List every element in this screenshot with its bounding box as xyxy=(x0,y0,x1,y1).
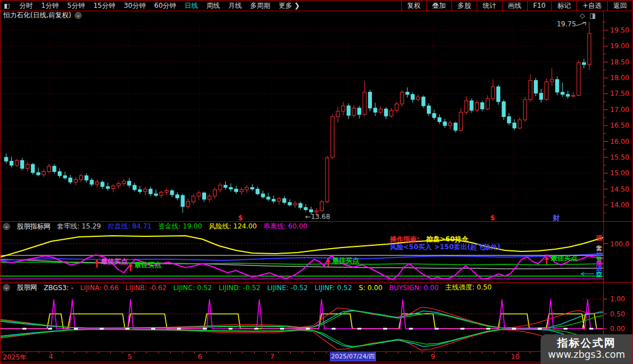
candle xyxy=(170,189,174,197)
indicator2-header: ⌄ 股朋网 ZBGS3: - LIJINA: 0.66LIJINB: -0.62… xyxy=(3,283,599,292)
toolbar-button-多股[interactable]: 多股 xyxy=(452,1,477,11)
candle xyxy=(438,114,441,124)
symbol-title: 恒力石化(日线,前复权) xyxy=(3,11,71,20)
toolbar-tab-30分钟[interactable]: 30分钟 xyxy=(124,1,146,11)
svg-text:18.00: 18.00 xyxy=(610,74,629,82)
toolbar-button-+自选[interactable]: +自选 xyxy=(576,1,607,11)
toolbar-tab-60分钟[interactable]: 60分钟 xyxy=(154,1,176,11)
svg-text:1.00: 1.00 xyxy=(610,295,625,303)
toolbar-tab-日线[interactable]: 日线 xyxy=(185,1,198,11)
curve-LIJINE-cyan-mirror xyxy=(1,329,603,347)
panel-divider[interactable] xyxy=(1,221,632,222)
date-label-7: 7 xyxy=(270,353,274,361)
diamond-icon[interactable]: ◇ xyxy=(580,12,589,20)
candle xyxy=(411,92,415,103)
toolbar-button-叠加[interactable]: 叠加 xyxy=(426,1,452,11)
period-tabs: ◧ 分时1分钟5分钟15分钟30分钟60分钟日线周线月线多周期更多 ❯ xyxy=(1,1,300,11)
toolbar-tab-更多 ❯[interactable]: 更多 ❯ xyxy=(279,1,300,11)
line-S-yellow xyxy=(1,314,603,329)
legend-风险线: 风险线: 124.00 xyxy=(209,222,257,231)
svg-text:100.0: 100.0 xyxy=(610,240,629,248)
candle xyxy=(176,192,179,200)
toolbar-tab-月线[interactable]: 月线 xyxy=(229,1,242,11)
svg-text:19.00: 19.00 xyxy=(610,42,629,50)
curve-LIJINE-cyan xyxy=(1,310,603,328)
candle xyxy=(21,158,24,170)
candle xyxy=(208,194,211,202)
candle xyxy=(133,183,136,192)
svg-text:最佳买点: 最佳买点 xyxy=(551,254,578,262)
collapse-chevron-icon[interactable]: ⌄ xyxy=(3,284,10,291)
collapse-chevron-icon[interactable]: ⌄ xyxy=(3,223,10,230)
toolbar-button-统计[interactable]: 统计 xyxy=(477,1,502,11)
candle xyxy=(58,169,62,178)
toolbar-button-复权[interactable]: 复权 xyxy=(401,1,426,11)
candle xyxy=(36,167,40,176)
candle xyxy=(401,90,404,106)
toolbar-tab-周线[interactable]: 周线 xyxy=(207,1,220,11)
trading-app-window: ◧ 分时1分钟5分钟15分钟30分钟60分钟日线周线月线多周期更多 ❯ 复权叠加… xyxy=(0,0,633,364)
candle xyxy=(545,78,548,101)
candle xyxy=(240,188,243,195)
toolbar-button-返回[interactable]: 返回 xyxy=(607,1,632,11)
candle xyxy=(261,190,264,198)
candle xyxy=(561,83,564,97)
date-label-6: 6 xyxy=(198,353,202,361)
watermark-title: 指标公式网 xyxy=(541,337,632,349)
indicator1-chart[interactable]: 最佳买点最佳买点最佳买点最佳买点操作指南:控盘>60持仓风险<50买入 >150… xyxy=(1,231,633,282)
collapse-chevron-icon[interactable]: ⌄ xyxy=(75,12,82,19)
candle xyxy=(304,204,308,211)
svg-text:强: 强 xyxy=(596,235,603,242)
candle xyxy=(502,100,505,120)
candle xyxy=(395,102,398,113)
candle xyxy=(90,178,94,186)
toolbar-tab-1分钟[interactable]: 1分钟 xyxy=(41,1,59,11)
panel-divider[interactable] xyxy=(1,282,632,283)
date-axis[interactable]: 2025/07/24/四 2025年4567910 xyxy=(1,352,602,362)
candle xyxy=(85,173,88,183)
candle xyxy=(374,102,377,116)
svg-text:17.50: 17.50 xyxy=(610,90,629,97)
main-candlestick-chart[interactable]: 14.0014.5015.0015.5016.0016.5017.0017.50… xyxy=(1,20,633,222)
svg-text:18.50: 18.50 xyxy=(610,58,629,66)
window-icon[interactable]: ◨ xyxy=(589,12,600,20)
toolbar-button-画线[interactable]: 画线 xyxy=(502,1,527,11)
candle xyxy=(10,157,13,167)
legend-LIJINA: LIJINA: 0.66 xyxy=(80,284,119,292)
candle xyxy=(250,184,254,190)
svg-text:财: 财 xyxy=(552,214,560,222)
toolbar-button-标记[interactable]: 标记 xyxy=(551,1,576,11)
chart-window-controls[interactable]: ◇◨ xyxy=(580,12,601,20)
watermark-url: www.zbgs3.com xyxy=(541,349,632,360)
candle xyxy=(80,174,83,182)
candle xyxy=(497,85,500,105)
candle xyxy=(491,80,495,101)
candle xyxy=(550,68,553,86)
candle xyxy=(138,186,142,194)
toolbar-tab-分时[interactable]: 分时 xyxy=(19,1,32,11)
toolbar-tab-5分钟[interactable]: 5分钟 xyxy=(67,1,85,11)
candle xyxy=(427,103,430,116)
candle xyxy=(508,113,511,125)
date-label-5: 5 xyxy=(128,353,132,361)
candle xyxy=(187,199,190,209)
toolbar-tab-15分钟[interactable]: 15分钟 xyxy=(94,1,115,11)
candle xyxy=(181,194,184,213)
toolbar-button-F10[interactable]: F10 xyxy=(527,1,551,11)
candle xyxy=(235,186,238,194)
candle xyxy=(277,197,281,205)
candle xyxy=(336,106,339,122)
candle xyxy=(363,81,366,116)
candle xyxy=(143,188,147,195)
toolbar-tab-多周期[interactable]: 多周期 xyxy=(250,1,271,11)
svg-text:←13.68: ←13.68 xyxy=(305,213,330,221)
layout-split-icon[interactable]: ◧ xyxy=(4,2,10,10)
indicator1-name: 股朋指标网 xyxy=(17,222,50,231)
indicator2-chart[interactable]: 1.000.500.00 xyxy=(1,292,633,351)
candle xyxy=(518,118,522,129)
candle xyxy=(149,186,152,196)
candle xyxy=(4,153,8,164)
candle xyxy=(513,119,516,130)
svg-text:14.00: 14.00 xyxy=(610,201,629,209)
candle xyxy=(256,186,259,195)
